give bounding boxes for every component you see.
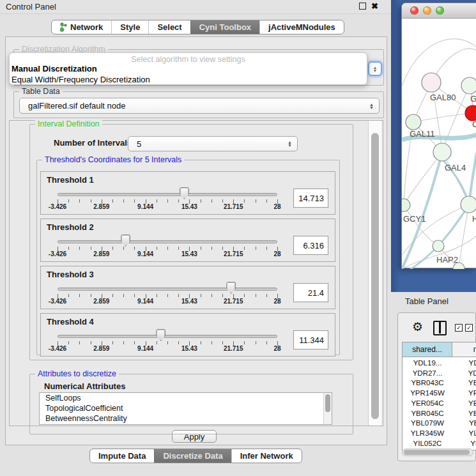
- threshold-slider-thumb[interactable]: [226, 282, 236, 294]
- tab-jactivemnodules[interactable]: jActiveMNodules: [259, 20, 344, 34]
- table-hscrollbar-thumb[interactable]: [404, 450, 470, 455]
- columns-icon[interactable]: [433, 321, 447, 335]
- table-cell[interactable]: YDL19...: [403, 358, 452, 368]
- table-cell[interactable]: YBR043C: [403, 378, 452, 388]
- slider-tick: [68, 247, 69, 250]
- close-icon[interactable]: ✖: [371, 3, 378, 10]
- tab-cyni-toolbox[interactable]: Cyni Toolbox: [190, 20, 259, 34]
- algorithm-combobox-spinner[interactable]: ▲▼: [368, 61, 382, 76]
- slider-tick-label: 15.43: [181, 298, 197, 305]
- table-cell[interactable]: YDL1: [452, 358, 476, 368]
- slider-tick: [123, 199, 124, 203]
- bottom-tab-bar: Impute DataDiscretize DataInfer Network: [89, 449, 302, 463]
- slider-tick: [244, 294, 245, 297]
- network-view-window: GAL80GGAL11CGAL4GCY1HHAP2: [401, 3, 476, 268]
- network-node[interactable]: [465, 105, 476, 121]
- algorithm-hint: Select algorithm to view settings: [10, 55, 367, 64]
- threshold-slider-track[interactable]: [58, 240, 277, 243]
- slider-tick: [222, 341, 223, 344]
- table-cell[interactable]: YER054C: [403, 398, 452, 408]
- threshold-value-field[interactable]: 14.713: [293, 188, 328, 208]
- network-node[interactable]: [433, 143, 451, 161]
- network-node[interactable]: [422, 73, 441, 92]
- slider-tick: [91, 247, 91, 250]
- checkbox-icon[interactable]: ✓: [455, 324, 463, 332]
- table-cell[interactable]: YLR3: [452, 428, 476, 438]
- table-cell[interactable]: YBR0: [452, 408, 476, 418]
- tab-network[interactable]: Network: [52, 20, 111, 34]
- threshold-value-field[interactable]: 6.316: [293, 236, 328, 255]
- float-window-icon[interactable]: [359, 3, 366, 10]
- table-cell[interactable]: YBR0: [452, 378, 476, 388]
- table-cell[interactable]: YIL052C: [403, 438, 452, 449]
- close-traffic-light[interactable]: [410, 6, 418, 15]
- table-cell[interactable]: YDR2: [452, 368, 476, 378]
- network-window-titlebar[interactable]: [402, 3, 476, 19]
- threshold-slider-track[interactable]: [58, 193, 277, 196]
- table-cell[interactable]: YBL079W: [403, 418, 452, 428]
- table-cell[interactable]: YIL0: [452, 438, 476, 449]
- table-cell[interactable]: YPR1: [452, 388, 476, 398]
- checkbox-icon[interactable]: ✓: [465, 324, 473, 332]
- slider-tick: [211, 294, 212, 297]
- threshold-value-field[interactable]: 21.4: [293, 283, 328, 302]
- minimize-traffic-light[interactable]: [423, 6, 431, 15]
- table-data-combobox[interactable]: galFiltered.sif default node ▲▼: [19, 98, 380, 114]
- threshold-slider-track[interactable]: [58, 335, 277, 338]
- slider-tick: [79, 199, 80, 203]
- threshold-slider-thumb[interactable]: [180, 187, 189, 199]
- algorithm-option-manual[interactable]: Manual Discretization: [12, 64, 97, 73]
- table-cell[interactable]: YPR145W: [403, 388, 452, 398]
- table-cell[interactable]: YDR27...: [403, 368, 452, 378]
- column-header[interactable]: shared...: [403, 342, 452, 357]
- gear-icon[interactable]: ⚙: [412, 319, 423, 334]
- network-node[interactable]: [461, 196, 476, 213]
- slider-tick-label: -3.426: [49, 203, 66, 210]
- attributes-scrollbar[interactable]: [323, 393, 332, 424]
- table-horizontal-scrollbar[interactable]: [402, 449, 473, 456]
- table-cell[interactable]: YBR045C: [403, 408, 452, 418]
- tab-style[interactable]: Style: [111, 20, 148, 34]
- table-cell[interactable]: YER0: [452, 398, 476, 408]
- algorithm-dropdown-popup: Select algorithm to view settings Manual…: [9, 52, 367, 85]
- settings-scrollbar[interactable]: [368, 121, 381, 426]
- tab-select[interactable]: Select: [148, 20, 190, 34]
- slider-tick: [157, 341, 157, 344]
- zoom-traffic-light[interactable]: [436, 6, 444, 15]
- table-data-value: galFiltered.sif default node: [20, 101, 125, 111]
- threshold-value-field[interactable]: 11.344: [293, 330, 328, 349]
- network-graph: GAL80GGAL11CGAL4GCY1HHAP2: [402, 19, 476, 269]
- threshold-panel-4: Threshold 4-3.4262.8599.14415.4321.71528…: [40, 313, 335, 357]
- attribute-item[interactable]: BetweennessCentrality: [40, 413, 332, 424]
- attribute-item[interactable]: TopologicalCoefficient: [40, 403, 332, 413]
- slider-tick: [211, 199, 212, 203]
- column-header[interactable]: na: [452, 342, 476, 357]
- table-panel-titlebar: Table Panel: [392, 292, 476, 311]
- slider-tick-label: 21.715: [224, 250, 243, 257]
- attributes-scrollbar-thumb[interactable]: [325, 394, 330, 412]
- slider-tick: [79, 341, 80, 344]
- tab-impute-data[interactable]: Impute Data: [90, 449, 154, 463]
- slider-tick: [134, 294, 135, 297]
- attribute-item[interactable]: SelfLoops: [40, 393, 332, 403]
- settings-scrollbar-thumb[interactable]: [371, 133, 379, 419]
- algorithm-option-equal-width[interactable]: Equal Width/Frequency Discretization: [12, 75, 150, 84]
- threshold-slider-thumb[interactable]: [121, 234, 130, 247]
- number-of-intervals-combobox[interactable]: 5 ▲▼: [128, 136, 298, 151]
- threshold-slider-thumb[interactable]: [156, 329, 165, 341]
- numerical-attributes-list[interactable]: SelfLoopsTopologicalCoefficientBetweenne…: [39, 392, 332, 425]
- network-node[interactable]: [402, 199, 410, 211]
- network-node[interactable]: [433, 240, 444, 252]
- table-cell[interactable]: YBL0: [452, 418, 476, 428]
- network-node[interactable]: [406, 114, 421, 130]
- table-cell[interactable]: YLR345W: [403, 428, 452, 438]
- network-canvas[interactable]: GAL80GGAL11CGAL4GCY1HHAP2: [402, 19, 476, 269]
- node-table[interactable]: shared...naYDL19...YDL1YDR27...YDR2YBR04…: [402, 342, 476, 450]
- threshold-label: Threshold 1: [47, 175, 94, 185]
- threshold-slider-track[interactable]: [58, 288, 277, 291]
- network-node[interactable]: [461, 77, 476, 94]
- slider-tick: [222, 294, 223, 297]
- slider-tick: [68, 294, 69, 297]
- tab-infer-network[interactable]: Infer Network: [231, 449, 302, 463]
- tab-discretize-data[interactable]: Discretize Data: [154, 449, 231, 463]
